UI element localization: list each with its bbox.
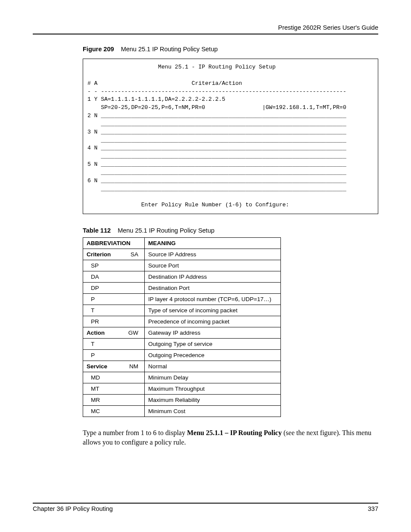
table-cell-meaning: Source Port: [145, 260, 281, 271]
body-paragraph: Type a number from 1 to 6 to display Men…: [83, 428, 378, 447]
table-cell-abbr: SP: [83, 260, 145, 271]
figure-label: Figure 209: [83, 46, 114, 53]
table-cell-abbr: ActionGW: [83, 327, 145, 339]
table-cell-abbr: T: [83, 339, 145, 350]
guide-title: Prestige 2602R Series User's Guide: [278, 24, 378, 31]
table-cell-meaning: Maximum Reliability: [145, 395, 281, 406]
para-pre: Type a number from 1 to 6 to display: [83, 429, 187, 436]
table-row: PRPrecedence of incoming packet: [83, 316, 281, 327]
footer-page-number: 337: [368, 505, 378, 512]
table-cell-abbr: ServiceNM: [83, 361, 145, 372]
table-cell-abbr: DP: [83, 283, 145, 294]
page-header: Prestige 2602R Series User's Guide: [33, 24, 378, 34]
table-cell-abbr: P: [83, 294, 145, 305]
table-cell-abbr: MT: [83, 383, 145, 395]
terminal-box: Menu 25.1 - IP Routing Policy Setup # A …: [83, 59, 378, 214]
table-row: MDMinimum Delay: [83, 372, 281, 383]
table-row: TType of service of incoming packet: [83, 305, 281, 316]
table-row: ActionGWGateway IP address: [83, 327, 281, 339]
table-row: ServiceNMNormal: [83, 361, 281, 372]
table-cell-abbr: MD: [83, 372, 145, 383]
table-cell-meaning: Destination IP Address: [145, 271, 281, 283]
table-row: DPDestination Port: [83, 283, 281, 294]
footer-rule: [33, 503, 378, 504]
table-label: Table 112: [83, 227, 111, 234]
document-page: Prestige 2602R Series User's Guide Figur…: [0, 0, 411, 532]
table-cell-meaning: Minimum Cost: [145, 406, 281, 417]
table-cell-meaning: Destination Port: [145, 283, 281, 294]
table-cell-abbr: DA: [83, 271, 145, 283]
table-row: DADestination IP Address: [83, 271, 281, 283]
table-cell-meaning: Source IP Address: [145, 249, 281, 260]
table-row: SPSource Port: [83, 260, 281, 271]
table-row: POutgoing Precedence: [83, 350, 281, 361]
table-row: MTMaximum Throughput: [83, 383, 281, 395]
table-cell-meaning: IP layer 4 protocol number (TCP=6, UDP=1…: [145, 294, 281, 305]
footer-chapter: Chapter 36 IP Policy Routing: [33, 505, 113, 512]
table-cell-abbr: PR: [83, 316, 145, 327]
table-cell-abbr: MR: [83, 395, 145, 406]
table-cell-abbr: MC: [83, 406, 145, 417]
header-rule: [33, 34, 378, 34]
table-cell-meaning: Outgoing Type of service: [145, 339, 281, 350]
figure-caption: Menu 25.1 IP Routing Policy Setup: [121, 46, 218, 53]
table-caption: Menu 25.1 IP Routing Policy Setup: [118, 227, 215, 234]
table-cell-meaning: Gateway IP address: [145, 327, 281, 339]
table-cell-meaning: Maximum Throughput: [145, 383, 281, 395]
figure-caption-row: Figure 209 Menu 25.1 IP Routing Policy S…: [83, 46, 378, 447]
table-cell-meaning: Type of service of incoming packet: [145, 305, 281, 316]
table-row: MRMaximum Reliability: [83, 395, 281, 406]
table-cell-meaning: Normal: [145, 361, 281, 372]
page-footer: Chapter 36 IP Policy Routing 337: [33, 503, 378, 512]
table-cell-meaning: Outgoing Precedence: [145, 350, 281, 361]
table-row: TOutgoing Type of service: [83, 339, 281, 350]
para-bold: Menu 25.1.1 – IP Routing Policy: [187, 429, 282, 436]
table-header-meaning: MEANING: [145, 238, 281, 249]
table-cell-meaning: Precedence of incoming packet: [145, 316, 281, 327]
table-row: MCMinimum Cost: [83, 406, 281, 417]
table-cell-abbr: P: [83, 350, 145, 361]
abbreviation-table: ABBREVIATION MEANING CriterionSASource I…: [83, 237, 281, 417]
table-cell-abbr: T: [83, 305, 145, 316]
table-row: CriterionSASource IP Address: [83, 249, 281, 260]
table-cell-abbr: CriterionSA: [83, 249, 145, 260]
table-header-abbr: ABBREVIATION: [83, 238, 145, 249]
table-cell-meaning: Minimum Delay: [145, 372, 281, 383]
table-row: PIP layer 4 protocol number (TCP=6, UDP=…: [83, 294, 281, 305]
